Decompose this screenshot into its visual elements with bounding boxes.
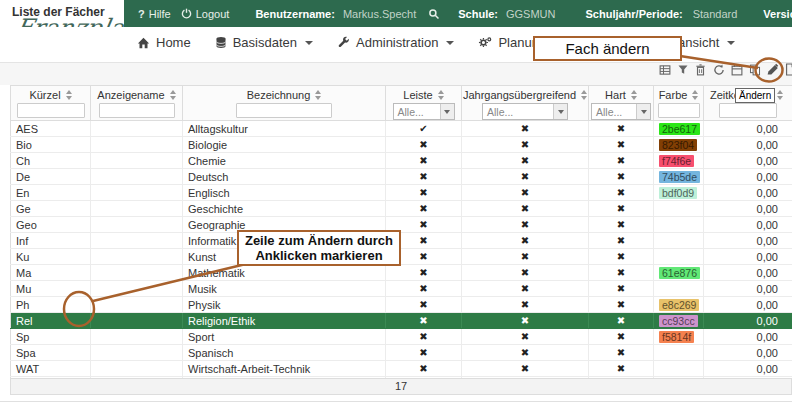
table-row-bio[interactable]: BioBiologie✖✖✖823f040,00 [11,137,792,153]
cross-icon: ✖ [521,363,529,374]
column-header-bezeichnung[interactable]: Bezeichnung [183,86,386,121]
column-header-anzeigename[interactable]: Anzeigename [91,86,183,121]
sort-icon[interactable] [777,90,783,100]
logout-link[interactable]: Logout [181,8,230,20]
filter-icon[interactable] [676,63,689,76]
cell-anzeigename [91,169,183,185]
filter-input-bezeichnung[interactable] [236,103,332,118]
cell-leiste: ✖ [386,137,462,153]
cell-jahrgangsuebergreifend: ✖ [462,249,589,265]
delete-icon[interactable] [694,63,707,76]
cell-zeitkorrektur: 0,00 [704,345,792,361]
sort-icon[interactable] [66,90,72,100]
cell-farbe: cc93cc [654,313,704,329]
cell-zeitkorrektur: 0,00 [704,201,792,217]
filter-select-leiste[interactable]: Alle... [393,103,455,120]
toolbar [658,63,792,76]
column-label: Anzeigename [97,89,164,101]
table-row-wat[interactable]: WATWirtschaft-Arbeit-Technik✖✖✖0,00 [11,361,792,377]
table-row-ph[interactable]: PhPhysik✖✖✖e8c2690,00 [11,297,792,313]
column-header-hart[interactable]: HartAlle... [589,86,654,121]
cross-icon: ✖ [617,331,625,342]
table-row-geo[interactable]: GeoGeographie✖✖✖0,00 [11,217,792,233]
cell-anzeigename [91,121,183,137]
cross-icon: ✖ [419,171,427,182]
cell-zeitkorrektur: 0,00 [704,361,792,377]
help-link[interactable]: ? Hilfe [138,8,171,20]
chevron-down-icon [727,41,735,45]
nav-item-administration[interactable]: Administration [337,35,454,50]
cross-icon: ✖ [419,363,427,374]
table-row-rel[interactable]: RelReligion/Ethik✖✖✖cc93cc0,00 [11,313,792,329]
sort-icon[interactable] [438,90,444,100]
color-chip: 2be617 [659,123,700,135]
cross-icon: ✖ [419,267,427,278]
edit-icon[interactable] [766,63,779,76]
cross-icon: ✖ [617,235,625,246]
callout-fach-aendern: Fach ändern [533,36,682,61]
column-header-leiste[interactable]: LeisteAlle... [386,86,462,121]
table-row-inf[interactable]: InfInformatik✖✖✖0,00 [11,233,792,249]
filter-input-anzeigename[interactable] [99,103,175,118]
sort-icon[interactable] [631,90,637,100]
chevron-down-icon [305,41,313,45]
cell-anzeigename [91,249,183,265]
cross-icon: ✖ [617,171,625,182]
column-header-farbe[interactable]: Farbe [654,86,704,121]
search-icon[interactable] [428,8,440,20]
sort-icon[interactable] [692,90,698,100]
column-header-kuerzel[interactable]: Kürzel [11,86,91,121]
cell-bezeichnung: Deutsch [183,169,386,185]
cell-farbe: 61e876 [654,265,704,281]
home-icon [137,37,150,49]
nav-item-home[interactable]: Home [137,35,191,50]
column-header-jahrgangsuebergreifend[interactable]: JahrgangsübergreifendAlle... [462,86,589,121]
column-label: Farbe [659,89,688,101]
period-label: Schuljahr/Periode: [585,8,682,20]
color-chip: e8c269 [659,299,699,311]
refresh-icon[interactable] [712,63,725,76]
filter-input-kuerzel[interactable] [17,103,85,118]
callout-text-line1: Zeile zum Ändern durch [245,233,393,248]
calendar-icon[interactable] [730,63,743,76]
sort-icon[interactable] [170,90,176,100]
filter-select-jahrgangsuebergreifend[interactable]: Alle... [482,103,568,120]
cell-zeitkorrektur: 0,00 [704,153,792,169]
cell-anzeigename [91,185,183,201]
filter-select-value: Alle... [483,106,553,118]
table-row-ma[interactable]: MaMathematik✖✖✖61e8760,00 [11,265,792,281]
cross-icon: ✖ [521,315,529,326]
subjects-table: KürzelAnzeigenameBezeichnungLeisteAlle..… [10,85,792,393]
table-row-ge[interactable]: GeGeschichte✖✖✖0,00 [11,201,792,217]
columns-icon[interactable] [658,63,671,76]
callout-text-line2: Anklicken markieren [255,248,382,263]
table-row-aes[interactable]: AESAlltagskultur✔✖✖2be6170,00 [11,121,792,137]
cell-anzeigename [91,233,183,249]
sort-icon[interactable] [581,90,587,100]
new-icon[interactable] [784,63,792,76]
cell-hart: ✖ [589,137,654,153]
cell-farbe: f74f6e [654,153,704,169]
cell-zeitkorrektur: 0,00 [704,137,792,153]
table-row-ch[interactable]: ChChemie✖✖✖f74f6e0,00 [11,153,792,169]
table-row-sp[interactable]: SpSport✖✖✖f5814f0,00 [11,329,792,345]
table-row-mu[interactable]: MuMusik✖✖✖0,00 [11,281,792,297]
color-chip: 74b5de [659,171,700,183]
filter-select-value: Alle... [394,106,440,118]
cell-zeitkorrektur: 0,00 [704,185,792,201]
filter-input-farbe[interactable] [658,103,700,118]
table-row-ku[interactable]: KuKunst✖✖✖0,00 [11,249,792,265]
cell-hart: ✖ [589,313,654,329]
copy-icon[interactable] [748,63,761,76]
sort-icon[interactable] [315,90,321,100]
table-row-en[interactable]: EnEnglisch✖✖✖bdf0d90,00 [11,185,792,201]
cell-jahrgangsuebergreifend: ✖ [462,265,589,281]
table-row-de[interactable]: DeDeutsch✖✖✖74b5de0,00 [11,169,792,185]
filter-select-hart[interactable]: Alle... [591,103,651,120]
filter-input-zeitkorrektur[interactable] [719,103,777,118]
cell-hart: ✖ [589,185,654,201]
color-chip: f5814f [659,331,694,343]
table-row-spa[interactable]: SpaSpanisch✖✖✖0,00 [11,345,792,361]
cell-farbe: bdf0d9 [654,185,704,201]
nav-item-basisdaten[interactable]: Basisdaten [215,35,313,50]
